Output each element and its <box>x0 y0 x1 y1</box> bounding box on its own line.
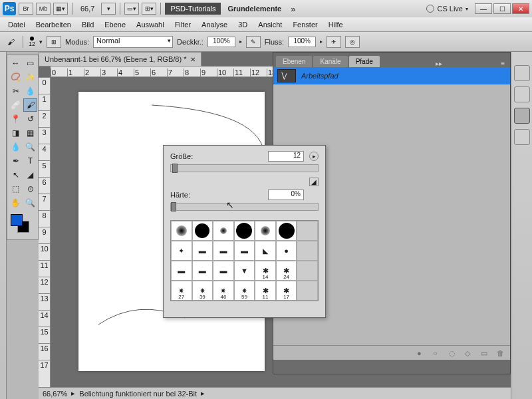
app-logo[interactable]: Ps <box>3 2 16 15</box>
brush-preset[interactable]: ▬ <box>192 241 213 261</box>
delete-path-icon[interactable]: 🗑 <box>497 349 505 357</box>
dock-layers-icon[interactable] <box>514 108 530 124</box>
menu-3d[interactable]: 3D <box>233 17 253 31</box>
zoom-display[interactable]: 66,7 <box>76 5 98 13</box>
fill-path-icon[interactable]: ● <box>417 349 425 357</box>
menu-bearbeiten[interactable]: Bearbeiten <box>31 17 76 31</box>
tab-ebenen[interactable]: Ebenen <box>276 56 312 67</box>
close-tab-icon[interactable]: ✕ <box>190 56 196 63</box>
3d-tool[interactable]: ⬚ <box>9 182 23 196</box>
brush-preset[interactable] <box>234 221 255 241</box>
brush-preset[interactable] <box>255 221 276 241</box>
new-path-icon[interactable]: ▭ <box>481 349 489 357</box>
foreground-swatch[interactable] <box>11 214 23 226</box>
marquee-tool[interactable]: ▭ <box>23 57 37 70</box>
healing-tool[interactable]: 🩹 <box>9 98 23 112</box>
status-zoom[interactable]: 66,67% <box>43 390 67 398</box>
pen-tool[interactable]: ✒ <box>9 154 23 168</box>
new-preset-icon[interactable]: ◢ <box>309 178 319 186</box>
dodge-tool[interactable]: 🔍 <box>23 140 37 154</box>
menu-fenster[interactable]: Fenster <box>287 17 323 31</box>
ruler-vertical[interactable]: 01234567891011121314151617 <box>39 77 51 387</box>
modus-select[interactable]: Normal <box>93 36 173 48</box>
brush-preset[interactable]: ✷59 <box>234 281 255 301</box>
tab-kanaele[interactable]: Kanäle <box>313 56 347 67</box>
opacity-input[interactable]: 100% <box>207 37 235 47</box>
make-workpath-icon[interactable]: ◇ <box>465 349 473 357</box>
brush-panel-icon[interactable]: ⊞ <box>47 36 61 48</box>
grid-scrollbar[interactable] <box>297 241 318 261</box>
path-item[interactable]: Arbeitspfad <box>273 67 510 84</box>
blur-tool[interactable]: 💧 <box>9 140 23 154</box>
grid-scrollbar[interactable] <box>297 221 318 241</box>
bridge-button[interactable]: Br <box>19 3 33 15</box>
brush-preset[interactable] <box>276 221 297 241</box>
menu-datei[interactable]: Datei <box>3 17 31 31</box>
brush-preset[interactable]: ✱11 <box>255 281 276 301</box>
stamp-tool[interactable]: 📍 <box>9 112 23 126</box>
hand-tool[interactable]: ✋ <box>9 196 23 209</box>
dock-color-icon[interactable] <box>514 86 530 102</box>
brush-preset[interactable]: ✱24 <box>276 261 297 281</box>
flow-input[interactable]: 100% <box>288 37 316 47</box>
hardness-slider[interactable] <box>170 203 319 211</box>
brush-preset[interactable]: ▬ <box>171 261 192 281</box>
brush-preset[interactable]: ✦ <box>171 241 192 261</box>
minimize-button[interactable]: — <box>475 3 492 14</box>
magic-wand-tool[interactable]: ✨ <box>23 70 37 84</box>
document-tab[interactable]: Unbenannt-1 bei 66,7% (Ebene 1, RGB/8) *… <box>39 52 201 66</box>
cs-live[interactable]: CS Live▾ <box>426 5 468 13</box>
brush-preset[interactable]: ▬ <box>213 241 234 261</box>
brush-preset[interactable]: ● <box>276 241 297 261</box>
workspace-grundelemente[interactable]: Grundelemente <box>223 5 285 13</box>
lasso-tool[interactable]: 📿 <box>9 70 23 84</box>
dock-swatches-icon[interactable] <box>514 65 530 81</box>
brush-preset[interactable] <box>192 221 213 241</box>
color-swatches[interactable] <box>9 214 37 238</box>
dock-adjustments-icon[interactable] <box>514 129 530 145</box>
eraser-tool[interactable]: ◨ <box>9 126 23 140</box>
airbrush-icon[interactable]: ✈ <box>327 36 341 48</box>
brush-preset[interactable]: ▼ <box>234 261 255 281</box>
menu-filter[interactable]: Filter <box>170 17 196 31</box>
flyout-menu-icon[interactable]: ▸ <box>309 152 319 161</box>
workspace-more-icon[interactable]: » <box>288 4 298 14</box>
hardness-input[interactable]: 0% <box>268 190 304 200</box>
close-button[interactable]: ✕ <box>512 3 529 14</box>
brush-preset[interactable]: ▬ <box>192 261 213 281</box>
history-brush-tool[interactable]: ↺ <box>23 112 37 126</box>
flow-pressure-icon[interactable]: ◎ <box>345 36 360 48</box>
path-select-tool[interactable]: ↖ <box>9 168 23 182</box>
brush-preset[interactable]: ◣ <box>255 241 276 261</box>
crop-tool[interactable]: ✂ <box>9 84 23 98</box>
panel-menu-icon[interactable]: ≡ <box>498 60 507 67</box>
brush-preview[interactable]: 12 <box>29 37 35 47</box>
brush-tool[interactable]: 🖌 <box>23 98 37 112</box>
zoom-dropdown-icon[interactable]: ▾ <box>101 3 116 15</box>
screen-mode-icon[interactable]: ▭▾ <box>124 3 139 15</box>
zoom-tool[interactable]: 🔍 <box>23 196 37 209</box>
brush-preset[interactable]: ✱14 <box>255 261 276 281</box>
eyedropper-tool[interactable]: 💧 <box>23 84 37 98</box>
shape-tool[interactable]: ◢ <box>23 168 37 182</box>
grid-scrollbar[interactable] <box>297 281 318 301</box>
workspace-psdtutorials[interactable]: PSD-Tutorials <box>165 3 221 15</box>
opacity-pressure-icon[interactable]: ✎ <box>246 36 261 48</box>
brush-preset[interactable] <box>171 221 192 241</box>
view-extras-icon[interactable]: ⊞▾ <box>142 3 156 15</box>
panel-collapse-icon[interactable]: ▸▸ <box>433 60 445 67</box>
menu-ebene[interactable]: Ebene <box>99 17 131 31</box>
brush-preset[interactable]: ▬ <box>213 261 234 281</box>
tab-pfade[interactable]: Pfade <box>349 56 380 67</box>
menu-auswahl[interactable]: Auswahl <box>131 17 170 31</box>
tool-preset-icon[interactable]: 🖌 <box>4 35 17 49</box>
3d-camera-tool[interactable]: ⊙ <box>23 182 37 196</box>
gradient-tool[interactable]: ▦ <box>23 126 37 140</box>
menu-bild[interactable]: Bild <box>76 17 99 31</box>
menu-analyse[interactable]: Analyse <box>196 17 233 31</box>
size-input[interactable]: 12 <box>268 151 304 162</box>
load-selection-icon[interactable]: ◌ <box>449 349 457 357</box>
brush-preset[interactable]: ✷27 <box>171 281 192 301</box>
move-tool[interactable]: ↔ <box>9 57 23 70</box>
brush-preset[interactable]: ✷46 <box>213 281 234 301</box>
